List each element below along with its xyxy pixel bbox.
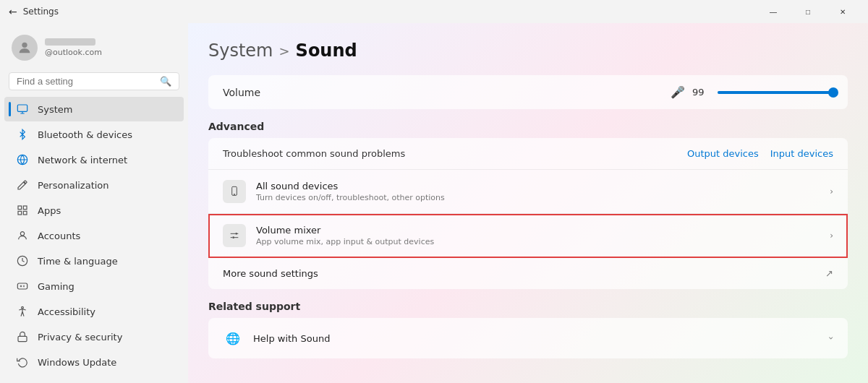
volume-fill bbox=[718, 91, 832, 94]
minimize-button[interactable]: — bbox=[757, 0, 790, 23]
volume-card: Volume 🎤 99 bbox=[208, 75, 848, 109]
svg-rect-4 bbox=[23, 206, 27, 210]
system-nav-icon bbox=[16, 103, 29, 116]
advanced-card: Troubleshoot common sound problems Outpu… bbox=[208, 138, 848, 289]
windows-update-nav-icon bbox=[16, 356, 29, 369]
network-nav-label: Network & internet bbox=[38, 155, 127, 165]
svg-rect-11 bbox=[18, 336, 27, 341]
maximize-button[interactable]: □ bbox=[791, 0, 825, 23]
apps-nav-icon bbox=[16, 204, 29, 217]
volume-mixer-icon bbox=[223, 224, 246, 247]
main-content: System > Sound Volume 🎤 99 Advanced Trou… bbox=[188, 23, 868, 383]
all-sound-chevron-icon: › bbox=[830, 186, 833, 197]
sidebar-item-system[interactable]: System bbox=[4, 97, 184, 121]
volume-controls: 🎤 99 bbox=[671, 85, 833, 99]
profile-name-bar bbox=[45, 38, 95, 46]
sidebar-item-windows-update[interactable]: Windows Update bbox=[4, 350, 184, 374]
bluetooth-nav-icon bbox=[16, 128, 29, 141]
svg-rect-5 bbox=[18, 211, 22, 215]
sidebar-item-gaming[interactable]: Gaming bbox=[4, 274, 184, 298]
all-sound-devices-text: All sound devices Turn devices on/off, t… bbox=[256, 181, 820, 202]
sidebar-item-personalization[interactable]: Personalization bbox=[4, 173, 184, 197]
avatar bbox=[12, 35, 38, 61]
search-icon: 🔍 bbox=[160, 76, 171, 87]
output-devices-link[interactable]: Output devices bbox=[687, 148, 759, 159]
svg-rect-6 bbox=[23, 211, 27, 215]
search-input[interactable] bbox=[17, 76, 156, 87]
help-text: Help with Sound bbox=[253, 333, 820, 344]
system-nav-label: System bbox=[38, 104, 72, 115]
titlebar: ← Settings — □ ✕ bbox=[0, 0, 868, 23]
breadcrumb: System > Sound bbox=[208, 40, 848, 61]
sidebar-item-bluetooth[interactable]: Bluetooth & devices bbox=[4, 122, 184, 147]
advanced-header: Advanced bbox=[208, 121, 848, 132]
volume-number: 99 bbox=[692, 87, 710, 98]
apps-nav-label: Apps bbox=[38, 205, 61, 216]
sidebar-item-accounts[interactable]: Accounts bbox=[4, 223, 184, 248]
help-with-sound-row[interactable]: 🌐 Help with Sound › bbox=[208, 318, 848, 358]
more-sound-text: More sound settings bbox=[223, 268, 815, 279]
volume-slider[interactable] bbox=[718, 91, 833, 94]
titlebar-controls: — □ ✕ bbox=[757, 0, 859, 23]
svg-point-15 bbox=[235, 233, 237, 235]
microphone-icon: 🎤 bbox=[671, 85, 685, 99]
gaming-nav-icon bbox=[16, 280, 29, 293]
time-nav-icon bbox=[16, 254, 29, 267]
all-sound-devices-row[interactable]: All sound devices Turn devices on/off, t… bbox=[208, 170, 848, 214]
related-header: Related support bbox=[208, 301, 848, 312]
time-nav-label: Time & language bbox=[38, 256, 118, 267]
gaming-nav-label: Gaming bbox=[38, 281, 75, 292]
search-box[interactable]: 🔍 bbox=[9, 72, 179, 90]
windows-update-nav-label: Windows Update bbox=[38, 357, 116, 368]
volume-mixer-chevron-icon: › bbox=[830, 231, 833, 241]
svg-point-10 bbox=[22, 306, 24, 309]
privacy-nav-icon bbox=[16, 330, 29, 343]
volume-mixer-desc: App volume mix, app input & output devic… bbox=[256, 237, 820, 246]
sidebar-item-privacy[interactable]: Privacy & security bbox=[4, 324, 184, 349]
volume-mixer-text: Volume mixer App volume mix, app input &… bbox=[256, 225, 820, 246]
external-link-icon: ↗ bbox=[825, 268, 833, 279]
sidebar-nav: System Bluetooth & devices Network & int… bbox=[0, 96, 188, 375]
breadcrumb-separator: > bbox=[279, 43, 290, 59]
volume-mixer-row[interactable]: Volume mixer App volume mix, app input &… bbox=[208, 214, 848, 258]
more-sound-row[interactable]: More sound settings ↗ bbox=[208, 258, 848, 289]
all-sound-devices-title: All sound devices bbox=[256, 181, 820, 192]
help-chevron-icon: › bbox=[827, 337, 837, 340]
breadcrumb-current: Sound bbox=[296, 40, 357, 61]
svg-rect-1 bbox=[17, 105, 27, 111]
app-body: @outlook.com 🔍 System Bluetooth & device… bbox=[0, 23, 868, 383]
close-button[interactable]: ✕ bbox=[826, 0, 859, 23]
titlebar-left: ← Settings bbox=[9, 6, 59, 17]
accessibility-nav-label: Accessibility bbox=[38, 306, 95, 317]
titlebar-title: Settings bbox=[23, 7, 59, 17]
troubleshoot-links: Output devices Input devices bbox=[687, 148, 833, 159]
globe-icon: 🌐 bbox=[223, 328, 243, 348]
related-card: 🌐 Help with Sound › bbox=[208, 318, 848, 358]
svg-point-7 bbox=[20, 232, 24, 236]
input-devices-link[interactable]: Input devices bbox=[770, 148, 833, 159]
accessibility-nav-icon bbox=[16, 305, 29, 318]
volume-mixer-title: Volume mixer bbox=[256, 225, 820, 236]
svg-point-18 bbox=[232, 236, 234, 238]
bluetooth-nav-label: Bluetooth & devices bbox=[38, 129, 132, 140]
troubleshoot-label: Troubleshoot common sound problems bbox=[223, 148, 677, 159]
svg-point-13 bbox=[234, 194, 235, 195]
sidebar-item-network[interactable]: Network & internet bbox=[4, 147, 184, 172]
troubleshoot-row[interactable]: Troubleshoot common sound problems Outpu… bbox=[208, 138, 848, 170]
svg-rect-3 bbox=[18, 206, 22, 210]
all-sound-devices-desc: Turn devices on/off, troubleshoot, other… bbox=[256, 193, 820, 202]
sidebar-item-time[interactable]: Time & language bbox=[4, 249, 184, 273]
volume-label: Volume bbox=[223, 87, 659, 98]
back-button[interactable]: ← bbox=[9, 6, 17, 17]
svg-rect-9 bbox=[17, 283, 27, 289]
personalization-nav-icon bbox=[16, 178, 29, 192]
personalization-nav-label: Personalization bbox=[38, 180, 109, 191]
svg-point-0 bbox=[22, 43, 27, 48]
profile-info: @outlook.com bbox=[45, 38, 102, 57]
sidebar-item-accessibility[interactable]: Accessibility bbox=[4, 299, 184, 324]
sidebar-item-apps[interactable]: Apps bbox=[4, 198, 184, 223]
more-sound-title: More sound settings bbox=[223, 268, 815, 279]
accounts-nav-icon bbox=[16, 229, 29, 242]
help-title: Help with Sound bbox=[253, 333, 820, 344]
profile-email: @outlook.com bbox=[45, 48, 102, 57]
